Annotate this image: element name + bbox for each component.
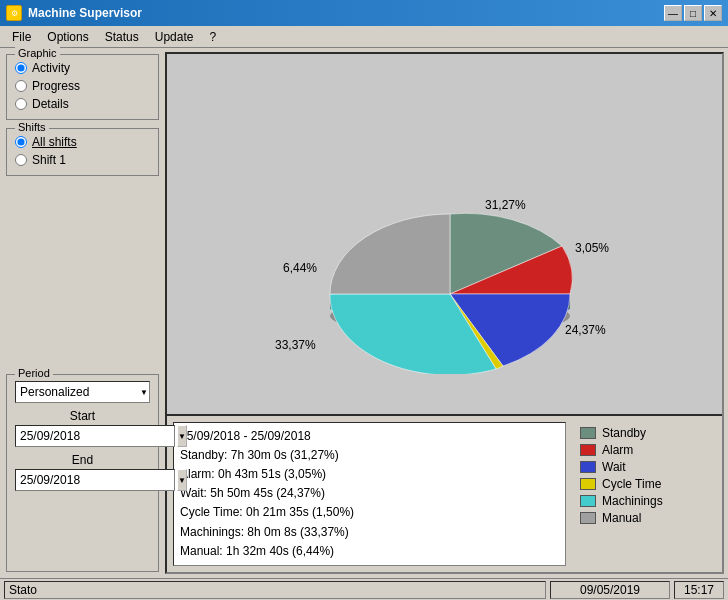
end-date-wrapper: ▼	[15, 469, 150, 491]
right-panel: 31,27% 3,05% 24,37% 1,50% 33,37% 6,44% 2…	[165, 52, 724, 574]
shifts-group: Shifts All shifts Shift 1	[6, 128, 159, 176]
end-date-input[interactable]	[15, 469, 175, 491]
pie-chart-svg: 31,27% 3,05% 24,37% 1,50% 33,37% 6,44%	[255, 94, 635, 374]
stats-date-range: 25/09/2018 - 25/09/2018	[180, 427, 559, 446]
period-group-title: Period	[15, 367, 53, 379]
period-select[interactable]: Personalized Today Week Month	[15, 381, 150, 403]
legend-alarm-color	[580, 444, 596, 456]
stats-line-2: Wait: 5h 50m 45s (24,37%)	[180, 484, 559, 503]
stats-line-1: Alarm: 0h 43m 51s (3,05%)	[180, 465, 559, 484]
chart-label-manual: 6,44%	[283, 261, 317, 275]
left-panel: Graphic Activity Progress Details Shifts…	[0, 48, 165, 578]
legend-cycletime-color	[580, 478, 596, 490]
chart-label-standby: 31,27%	[485, 198, 526, 212]
legend-wait: Wait	[580, 460, 712, 474]
radio-progress[interactable]: Progress	[15, 79, 150, 93]
chart-label-machinings: 33,37%	[275, 338, 316, 352]
title-bar: ⚙ Machine Supervisor — □ ✕	[0, 0, 728, 26]
legend-alarm: Alarm	[580, 443, 712, 457]
stats-line-0: Standby: 7h 30m 0s (31,27%)	[180, 446, 559, 465]
legend-box: Standby Alarm Wait Cycle Time Machinings	[576, 422, 716, 566]
radio-progress-label: Progress	[32, 79, 80, 93]
radio-shift1-input[interactable]	[15, 154, 27, 166]
start-date-wrapper: ▼	[15, 425, 150, 447]
stats-box: 25/09/2018 - 25/09/2018 Standby: 7h 30m …	[173, 422, 566, 566]
menu-options[interactable]: Options	[39, 28, 96, 46]
radio-activity-input[interactable]	[15, 62, 27, 74]
bottom-area: 25/09/2018 - 25/09/2018 Standby: 7h 30m …	[167, 414, 722, 572]
radio-activity-label: Activity	[32, 61, 70, 75]
radio-details[interactable]: Details	[15, 97, 150, 111]
legend-manual-label: Manual	[602, 511, 641, 525]
menu-status[interactable]: Status	[97, 28, 147, 46]
end-date-picker-btn[interactable]: ▼	[177, 469, 187, 491]
legend-alarm-label: Alarm	[602, 443, 633, 457]
legend-cycletime: Cycle Time	[580, 477, 712, 491]
start-date-input[interactable]	[15, 425, 175, 447]
start-label: Start	[15, 409, 150, 423]
stato-label: Stato	[4, 581, 546, 599]
app-title: Machine Supervisor	[28, 6, 664, 20]
end-label: End	[15, 453, 150, 467]
legend-wait-label: Wait	[602, 460, 626, 474]
legend-cycletime-label: Cycle Time	[602, 477, 661, 491]
menu-update[interactable]: Update	[147, 28, 202, 46]
status-bar: Stato 09/05/2019 15:17	[0, 578, 728, 600]
window-controls: — □ ✕	[664, 5, 722, 21]
stats-line-5: Manual: 1h 32m 40s (6,44%)	[180, 542, 559, 561]
stats-line-3: Cycle Time: 0h 21m 35s (1,50%)	[180, 503, 559, 522]
chart-label-wait: 24,37%	[565, 323, 606, 337]
stats-line-4: Machinings: 8h 0m 8s (33,37%)	[180, 523, 559, 542]
legend-wait-color	[580, 461, 596, 473]
radio-shift1[interactable]: Shift 1	[15, 153, 150, 167]
radio-all-shifts-input[interactable]	[15, 136, 27, 148]
period-group: Period Personalized Today Week Month ▼ S…	[6, 374, 159, 572]
legend-machinings-label: Machinings	[602, 494, 663, 508]
radio-progress-input[interactable]	[15, 80, 27, 92]
radio-details-input[interactable]	[15, 98, 27, 110]
chart-area: 31,27% 3,05% 24,37% 1,50% 33,37% 6,44%	[167, 54, 722, 414]
pie-chart-container: 31,27% 3,05% 24,37% 1,50% 33,37% 6,44%	[255, 94, 635, 374]
legend-manual: Manual	[580, 511, 712, 525]
menu-file[interactable]: File	[4, 28, 39, 46]
maximize-button[interactable]: □	[684, 5, 702, 21]
graphic-group-title: Graphic	[15, 47, 60, 59]
start-date-picker-btn[interactable]: ▼	[177, 425, 187, 447]
menu-bar: File Options Status Update ?	[0, 26, 728, 48]
graphic-group: Graphic Activity Progress Details	[6, 54, 159, 120]
shifts-group-title: Shifts	[15, 121, 49, 133]
radio-all-shifts[interactable]: All shifts	[15, 135, 150, 149]
main-layout: Graphic Activity Progress Details Shifts…	[0, 48, 728, 578]
app-icon: ⚙	[6, 5, 22, 21]
chart-label-alarm: 3,05%	[575, 241, 609, 255]
legend-manual-color	[580, 512, 596, 524]
status-date: 09/05/2019	[550, 581, 670, 599]
status-time: 15:17	[674, 581, 724, 599]
radio-activity[interactable]: Activity	[15, 61, 150, 75]
legend-standby-label: Standby	[602, 426, 646, 440]
legend-machinings: Machinings	[580, 494, 712, 508]
legend-standby: Standby	[580, 426, 712, 440]
legend-machinings-color	[580, 495, 596, 507]
legend-standby-color	[580, 427, 596, 439]
radio-all-shifts-label: All shifts	[32, 135, 77, 149]
radio-details-label: Details	[32, 97, 69, 111]
period-select-wrapper: Personalized Today Week Month ▼	[15, 381, 150, 403]
menu-help[interactable]: ?	[201, 28, 224, 46]
minimize-button[interactable]: —	[664, 5, 682, 21]
radio-shift1-label: Shift 1	[32, 153, 66, 167]
close-button[interactable]: ✕	[704, 5, 722, 21]
